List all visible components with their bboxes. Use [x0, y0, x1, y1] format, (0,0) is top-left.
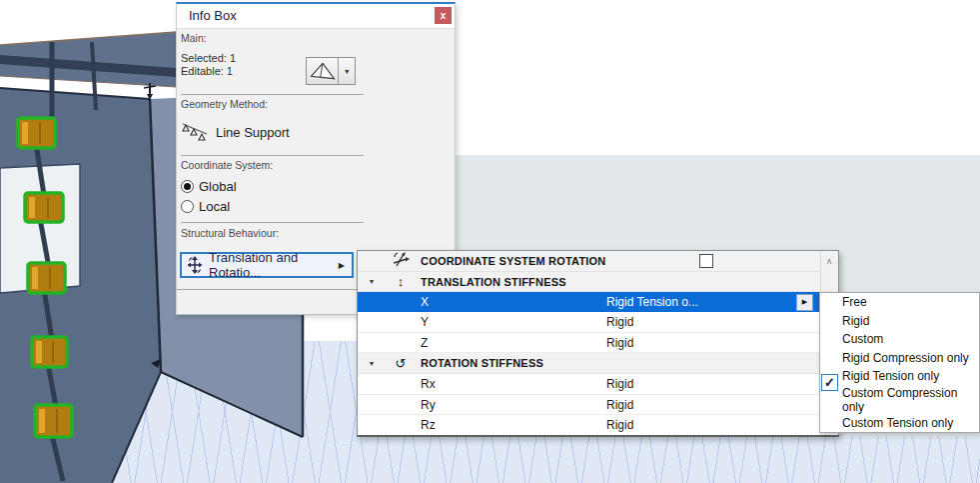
row-value: Rigid Tension o... — [606, 295, 698, 309]
row-value: Rigid — [606, 336, 633, 350]
support-box[interactable] — [25, 193, 63, 222]
menu-item-custom-compression-only[interactable]: Custom Compression only — [820, 386, 979, 414]
translation-rotation-icon — [187, 256, 203, 274]
row-label: X — [421, 295, 429, 309]
support-box[interactable] — [28, 263, 65, 293]
background-white-area — [455, 0, 980, 155]
editable-count: Editable: 1 — [181, 65, 233, 77]
open-submenu-button[interactable]: ▶ — [796, 294, 813, 311]
menu-item-custom[interactable]: Custom — [820, 330, 979, 349]
geometry-method-value-row[interactable]: Line Support — [180, 116, 290, 148]
table-row-rotation-stiffness[interactable]: ▼ ↺ ROTATION STIFFNESS — [358, 353, 821, 374]
stiffness-context-menu: Free Rigid Custom Rigid Compression only… — [819, 292, 980, 433]
table-row-coordinate-system-rotation[interactable]: COORDINATE SYSTEM ROTATION — [358, 251, 821, 272]
collapse-arrow-icon[interactable]: ▼ — [364, 278, 380, 285]
menu-item-free[interactable]: Free — [820, 293, 979, 312]
row-value: Rigid — [606, 418, 633, 432]
divider — [181, 155, 364, 156]
stiffness-rows: COORDINATE SYSTEM ROTATION ▼ ↕ TRANSLATI… — [358, 251, 821, 435]
coordinate-rotation-checkbox[interactable] — [699, 254, 713, 268]
radio-global[interactable] — [181, 180, 194, 193]
info-box-titlebar[interactable]: Info Box x — [177, 4, 455, 29]
row-label: TRANSLATION STIFFNESS — [421, 276, 566, 288]
table-row-y[interactable]: Y Rigid — [358, 312, 821, 333]
table-row-x[interactable]: X Rigid Tension o... ▶ — [358, 292, 821, 312]
table-row-rx[interactable]: Rx Rigid — [358, 374, 821, 395]
support-box[interactable] — [32, 337, 67, 367]
row-label: Z — [421, 336, 428, 350]
collapse-arrow-icon[interactable]: ▼ — [364, 360, 380, 367]
row-value: Rigid — [606, 398, 633, 412]
chevron-down-icon[interactable]: ▼ — [338, 58, 355, 84]
row-value: Rigid — [606, 377, 633, 391]
selected-count: Selected: 1 — [181, 52, 236, 64]
radio-local-label[interactable]: Local — [199, 199, 230, 214]
row-label: Y — [421, 315, 429, 329]
line-support-icon — [180, 116, 210, 148]
support-box[interactable] — [35, 405, 72, 437]
divider — [181, 94, 364, 95]
support-box[interactable] — [18, 118, 55, 148]
row-label: Rz — [421, 418, 436, 432]
coordinate-system-label: Coordinate System: — [181, 159, 273, 171]
structural-behaviour-popup: COORDINATE SYSTEM ROTATION ▼ ↕ TRANSLATI… — [357, 250, 839, 437]
menu-item-custom-tension-only[interactable]: Custom Tension only — [820, 414, 979, 433]
geometry-method-value: Line Support — [216, 125, 290, 140]
rotation-icon: ↺ — [388, 356, 414, 371]
translation-icon: ↕ — [388, 274, 414, 289]
table-row-z[interactable]: Z Rigid — [358, 333, 821, 354]
radio-local[interactable] — [181, 200, 194, 213]
element-type-button[interactable]: ▼ — [306, 57, 356, 85]
menu-item-rigid-tension-only[interactable]: Rigid Tension only — [820, 367, 979, 386]
main-section-label: Main: — [181, 32, 207, 44]
divider — [181, 222, 364, 223]
structural-behaviour-label: Structural Behaviour: — [181, 227, 279, 239]
application-window: Info Box x Main: Selected: 1 Editable: 1… — [0, 0, 980, 483]
row-value: Rigid — [606, 315, 633, 329]
menu-item-rigid-compression-only[interactable]: Rigid Compression only — [820, 349, 979, 368]
coordinate-rotation-icon — [388, 251, 414, 270]
table-row-ry[interactable]: Ry Rigid — [358, 395, 821, 416]
row-label: COORDINATE SYSTEM ROTATION — [421, 255, 605, 267]
geometry-method-label: Geometry Method: — [181, 98, 268, 110]
row-label: Ry — [421, 398, 436, 412]
table-row-translation-stiffness[interactable]: ▼ ↕ TRANSLATION STIFFNESS — [358, 272, 821, 293]
row-label: Rx — [421, 377, 436, 391]
table-row-rz[interactable]: Rz Rigid — [358, 415, 821, 435]
divider — [177, 289, 357, 290]
close-button[interactable]: x — [435, 7, 452, 24]
submenu-arrow-icon: ▶ — [339, 261, 345, 270]
pyramid-icon — [307, 58, 338, 84]
checkmark-icon: ✓ — [821, 374, 838, 391]
menu-item-rigid[interactable]: Rigid — [820, 312, 979, 331]
structural-behaviour-dropdown[interactable]: Translation and Rotatio... ▶ — [180, 252, 354, 278]
row-label: ROTATION STIFFNESS — [421, 357, 543, 369]
structural-behaviour-value: Translation and Rotatio... — [209, 250, 339, 280]
scroll-up-icon[interactable]: ∧ — [824, 256, 834, 266]
palette-title: Info Box — [189, 8, 237, 23]
radio-global-label[interactable]: Global — [199, 179, 237, 194]
